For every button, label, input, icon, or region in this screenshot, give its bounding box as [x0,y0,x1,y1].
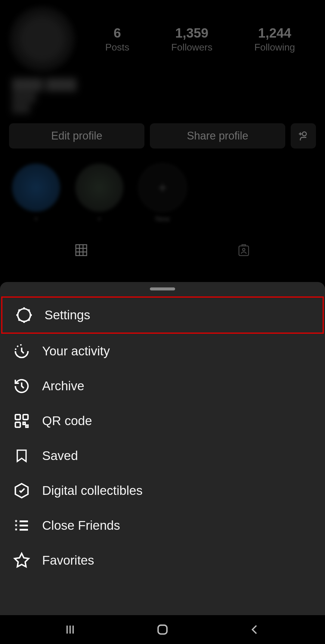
svg-point-0 [302,132,306,136]
posts-stat[interactable]: 6 Posts [105,26,129,53]
menu-item-collectibles[interactable]: Digital collectibles [0,473,325,508]
tab-grid[interactable] [0,238,162,262]
saved-icon [13,447,30,464]
nav-back[interactable] [249,624,261,636]
options-bottom-sheet: Settings Your activity Archive [0,282,325,615]
edit-profile-label: Edit profile [51,130,102,142]
svg-rect-12 [23,422,25,425]
menu-item-archive[interactable]: Archive [0,369,325,403]
menu-label: Saved [42,449,78,463]
android-nav-bar [0,615,325,644]
menu-label: Archive [42,379,84,393]
nav-recents[interactable] [64,624,76,636]
svg-rect-10 [23,415,28,419]
menu-label: Close Friends [42,518,120,533]
back-icon [249,624,261,636]
svg-rect-11 [15,422,20,427]
followers-count: 1,359 [171,26,212,41]
following-stat[interactable]: 1,244 Following [254,26,295,53]
add-person-icon [297,130,309,142]
menu-label: Favorites [42,553,94,568]
recents-icon [64,624,76,636]
svg-point-8 [18,309,30,321]
discover-people-button[interactable] [291,123,316,149]
following-label: Following [254,42,295,53]
followers-stat[interactable]: 1,359 Followers [171,26,212,53]
collectibles-icon [13,482,30,499]
story-highlights: • • + New [0,158,325,232]
settings-icon [16,307,32,324]
highlight-new[interactable]: + New [138,164,187,223]
profile-tabs [0,238,325,262]
profile-stats: 6 Posts 1,359 Followers 1,244 Following [84,26,316,53]
sheet-drag-handle[interactable] [150,287,175,290]
menu-item-favorites[interactable]: Favorites [0,543,325,578]
profile-header: 6 Posts 1,359 Followers 1,244 Following [0,0,325,75]
tab-tagged[interactable] [162,238,325,262]
archive-icon [13,378,30,394]
bio-line-2: ███ [12,103,313,113]
tagged-icon [237,243,251,257]
profile-actions: Edit profile Share profile [0,120,325,158]
highlight-2-cover [75,164,123,212]
highlight-1-label: • [35,215,37,223]
menu-item-closefriends[interactable]: Close Friends [0,508,325,543]
svg-rect-1 [76,245,87,256]
highlight-new-cover: + [138,164,187,212]
profile-bio: ████ ████ ████ ███ [0,75,325,120]
svg-rect-13 [26,425,28,427]
highlight-2-label: • [98,215,101,223]
following-count: 1,244 [254,26,295,41]
svg-point-7 [243,248,245,251]
bio-name: ████ ████ [12,78,313,91]
menu-item-settings[interactable]: Settings [1,296,324,334]
share-profile-button[interactable]: Share profile [150,123,285,149]
profile-avatar[interactable] [9,6,75,72]
menu-label: Digital collectibles [42,483,143,498]
activity-icon [13,343,30,360]
svg-rect-9 [15,415,20,419]
highlight-new-label: New [155,215,170,223]
menu-item-activity[interactable]: Your activity [0,334,325,369]
grid-icon [74,243,88,257]
edit-profile-button[interactable]: Edit profile [9,123,144,149]
highlight-1-cover [12,164,60,212]
closefriends-icon [13,517,30,534]
svg-marker-17 [15,554,29,567]
menu-label: Your activity [42,344,110,358]
share-profile-label: Share profile [187,130,248,142]
bio-line-1: ████ [12,93,313,102]
highlight-2[interactable]: • [75,164,123,223]
followers-label: Followers [171,42,212,53]
qrcode-icon [13,412,30,429]
favorites-icon [13,552,30,569]
nav-home[interactable] [156,623,169,636]
menu-label: QR code [42,414,92,428]
menu-item-saved[interactable]: Saved [0,438,325,473]
menu-label: Settings [45,308,90,322]
highlight-1[interactable]: • [12,164,60,223]
posts-count: 6 [105,26,129,41]
menu-item-qrcode[interactable]: QR code [0,403,325,438]
svg-rect-21 [158,625,167,634]
posts-label: Posts [105,42,129,53]
home-icon [156,623,169,636]
